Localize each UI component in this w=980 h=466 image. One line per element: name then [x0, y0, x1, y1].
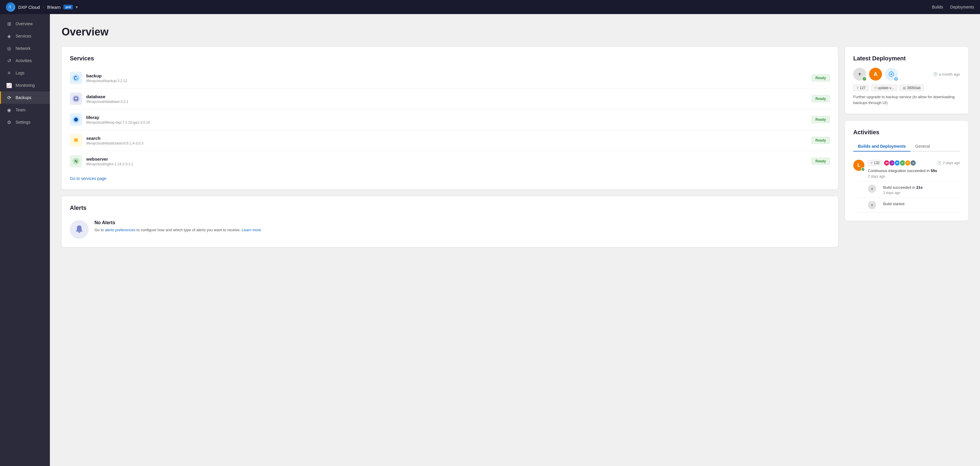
alerts-card-title: Alerts: [70, 204, 830, 211]
main-grid: Services backup liferay: [62, 47, 968, 247]
learn-more-link[interactable]: Learn more: [242, 228, 261, 232]
svg-rect-9: [74, 139, 78, 140]
service-row-liferay: liferay liferaycloud/liferay-dxp:7.2.10-…: [70, 109, 830, 130]
sub-activity-1: Build succeeded in 21s 2 days ago: [883, 185, 923, 195]
sub-text-1: Build succeeded in 21s: [883, 185, 923, 190]
sidebar-label-activities: Activities: [16, 58, 32, 63]
services-card: Services backup liferay: [62, 47, 838, 189]
backup-status: Ready: [811, 74, 830, 81]
activity-text-1: Continuous integration succeeded in 55s: [868, 168, 960, 174]
sidebar-item-activities[interactable]: ↺ Activities: [0, 54, 50, 67]
database-path: liferaycloud/database:3.2.1: [86, 100, 811, 104]
sidebar-item-overview[interactable]: ⊞ Overview: [0, 17, 50, 30]
svg-point-2: [73, 74, 80, 81]
alerts-body-2: to configure how and which type of alert…: [137, 228, 240, 232]
activity-subtext-1: 2 days ago: [868, 174, 960, 179]
activity-tag-132: ⑂ 132: [868, 160, 882, 166]
webserver-path: liferaycloud/nginx:1.14.2-3.1.1: [86, 162, 811, 166]
tab-builds-deployments[interactable]: Builds and Deployments: [853, 141, 910, 152]
deploy-description: Further upgrade to backup service (to al…: [853, 94, 960, 106]
deploy-user-avatar: A: [869, 68, 882, 81]
webserver-info: webserver liferaycloud/nginx:1.14.2-3.1.…: [86, 157, 811, 166]
dxp-cloud-logo: L: [6, 2, 15, 12]
tag-branch-icon: ⑂: [870, 161, 873, 165]
alerts-preferences-link[interactable]: alerts preferences: [105, 228, 135, 232]
services-card-title: Services: [70, 55, 830, 62]
search-icon: [70, 134, 82, 147]
go-to-services-link[interactable]: Go to services page: [70, 176, 107, 181]
liferay-path: liferaycloud/liferay-dxp:7.2.10-ga1-3.0.…: [86, 120, 811, 125]
sidebar-item-team[interactable]: ◉ Team: [0, 104, 50, 116]
sidebar-item-services[interactable]: ◈ Services: [0, 30, 50, 42]
builds-link[interactable]: Builds: [932, 5, 943, 10]
contrib-more: +1: [910, 160, 916, 166]
sidebar-label-team: Team: [16, 108, 25, 112]
activities-icon: ↺: [6, 58, 12, 63]
svg-rect-10: [74, 141, 78, 141]
deploy-check-badge: ✓: [862, 76, 867, 81]
search-path: liferaycloud/elasticsearch:6.1.4-3.0.3: [86, 141, 811, 145]
database-info: database liferaycloud/database:3.2.1: [86, 94, 811, 104]
alerts-go-to: Go to: [94, 228, 104, 232]
sidebar-item-logs[interactable]: ≡ Logs: [0, 67, 50, 79]
sidebar-label-services: Services: [16, 34, 32, 38]
logs-icon: ≡: [6, 70, 12, 76]
activity-info-1: ⑂ 132 M J R K T +1: [868, 160, 960, 179]
liferay-info: liferay liferaycloud/liferay-dxp:7.2.10-…: [86, 115, 811, 125]
left-column: Services backup liferay: [62, 47, 838, 247]
sub-subtext-1: 2 days ago: [883, 191, 923, 195]
activity-row-1: L ✓ ⑂ 132 M J: [853, 157, 960, 182]
latest-deployment-card: Latest Deployment ✓ A: [845, 47, 968, 114]
deploy-tag-update: ⑂ update-v...: [871, 85, 897, 91]
search-name: search: [86, 136, 811, 141]
project-name[interactable]: lfrlearn: [47, 5, 61, 10]
page-title: Overview: [62, 26, 968, 38]
backup-icon: [70, 72, 82, 84]
service-row-backup: backup liferaycloud/backup:3.2.12 Ready: [70, 68, 830, 89]
svg-point-17: [891, 73, 892, 75]
svg-point-7: [75, 119, 77, 121]
activity-time-1: 🕐 2 days ago: [937, 161, 960, 165]
sidebar-label-backups: Backups: [16, 95, 32, 100]
sidebar: ⊞ Overview ◈ Services ◎ Network ↺ Activi…: [0, 14, 50, 466]
sidebar-item-monitoring[interactable]: 📈 Monitoring: [0, 79, 50, 92]
bell-icon: [70, 220, 89, 239]
activities-card: Activities Builds and Deployments Genera…: [845, 121, 968, 221]
commit-icon: ◎: [903, 86, 906, 90]
sidebar-item-backups[interactable]: ⟳ Backups: [0, 92, 50, 104]
network-icon: ◎: [6, 46, 12, 51]
topbar-left: L DXP Cloud › lfrlearn prd ▾: [6, 2, 78, 12]
sidebar-label-overview: Overview: [16, 21, 33, 26]
deploy-tags: ⑂ 127 ⑂ update-v... ◎ 38093ab: [853, 85, 960, 91]
deploy-tag-branch: ⑂ 127: [853, 85, 869, 91]
sidebar-item-settings[interactable]: ⚙ Settings: [0, 116, 50, 128]
latest-deployment-title: Latest Deployment: [853, 55, 960, 62]
webserver-name: webserver: [86, 157, 811, 162]
activities-tabs: Builds and Deployments General: [853, 141, 960, 152]
alerts-description: Go to alerts preferences to configure ho…: [94, 227, 261, 233]
brand-name[interactable]: DXP Cloud: [18, 5, 40, 10]
deployments-link[interactable]: Deployments: [950, 5, 974, 10]
right-column: Latest Deployment ✓ A: [845, 47, 968, 247]
sidebar-label-network: Network: [16, 46, 30, 51]
svg-text:N: N: [75, 159, 78, 163]
backup-name: backup: [86, 73, 811, 78]
environment-dropdown-chevron[interactable]: ▾: [76, 5, 78, 10]
search-status: Ready: [811, 137, 830, 144]
monitoring-icon: 📈: [6, 82, 12, 88]
svg-rect-11: [74, 138, 78, 139]
content-area: Overview Services: [50, 14, 980, 466]
breadcrumb-separator: ›: [43, 5, 44, 10]
update-icon: ⑂: [874, 86, 877, 90]
database-icon: [70, 93, 82, 105]
settings-icon: ⚙: [6, 119, 12, 125]
backups-icon: ⟳: [6, 95, 12, 100]
sub-activity-2: Build started: [883, 201, 904, 207]
activity-row-3: Build started: [853, 198, 960, 212]
backup-info: backup liferaycloud/backup:3.2.12: [86, 73, 811, 83]
webserver-icon: N: [70, 155, 82, 167]
sidebar-item-network[interactable]: ◎ Network: [0, 42, 50, 54]
activity-check-1: ✓: [861, 167, 865, 171]
tab-general[interactable]: General: [910, 141, 934, 152]
liferay-icon: [70, 113, 82, 126]
